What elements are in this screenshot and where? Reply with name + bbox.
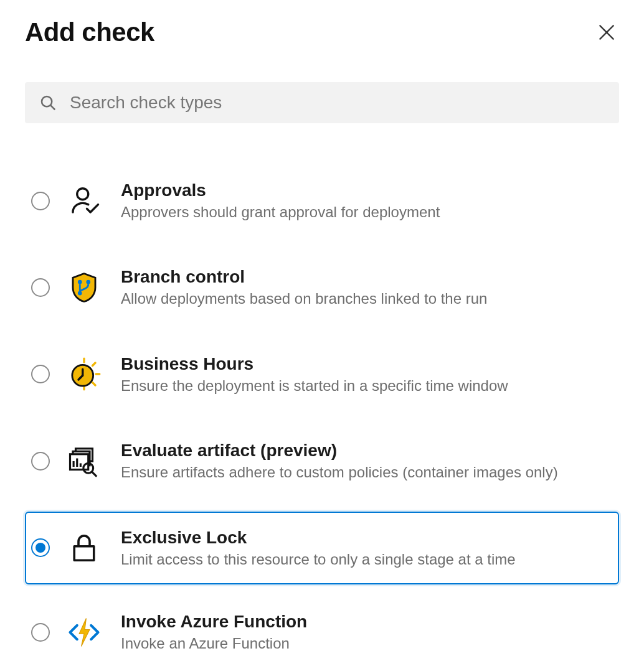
radio-button[interactable]: [31, 278, 50, 297]
item-title: Branch control: [121, 266, 487, 288]
check-type-list: Approvals Approvers should grant approva…: [25, 164, 619, 656]
item-title: Business Hours: [121, 353, 508, 375]
item-description: Ensure the deployment is started in a sp…: [121, 376, 508, 396]
artifact-eval-icon: [66, 443, 102, 479]
search-icon: [39, 93, 57, 112]
svg-marker-23: [79, 618, 90, 646]
clock-sun-icon: [66, 356, 102, 392]
svg-line-9: [93, 363, 96, 366]
check-item-exclusive-lock[interactable]: Exclusive Lock Limit access to this reso…: [25, 512, 619, 584]
svg-point-5: [78, 280, 82, 284]
lock-icon: [66, 530, 102, 566]
item-title: Evaluate artifact (preview): [121, 439, 558, 461]
azure-function-icon: [66, 614, 102, 650]
search-box[interactable]: [25, 82, 619, 123]
svg-line-11: [93, 383, 96, 386]
svg-point-6: [78, 291, 82, 296]
item-description: Invoke an Azure Function: [121, 634, 307, 654]
svg-line-21: [92, 472, 97, 477]
item-title: Invoke Azure Function: [121, 611, 307, 632]
check-item-approvals[interactable]: Approvals Approvers should grant approva…: [25, 164, 619, 237]
item-title: Approvals: [121, 179, 440, 201]
item-description: Limit access to this resource to only a …: [121, 550, 516, 569]
svg-line-3: [50, 105, 55, 110]
radio-button[interactable]: [31, 365, 50, 383]
svg-rect-22: [74, 546, 94, 561]
svg-point-4: [77, 188, 88, 199]
radio-button[interactable]: [31, 192, 50, 210]
dialog-title: Add check: [25, 17, 154, 47]
radio-button[interactable]: [31, 452, 50, 471]
item-description: Allow deployments based on branches link…: [121, 289, 487, 309]
branch-shield-icon: [66, 269, 102, 306]
check-item-evaluate-artifact[interactable]: Evaluate artifact (preview) Ensure artif…: [25, 424, 619, 497]
svg-point-2: [42, 96, 52, 106]
check-item-invoke-azure-function[interactable]: Invoke Azure Function Invoke an Azure Fu…: [25, 596, 619, 656]
item-description: Ensure artifacts adhere to custom polici…: [121, 462, 558, 482]
close-button[interactable]: [594, 20, 619, 45]
check-item-business-hours[interactable]: Business Hours Ensure the deployment is …: [25, 338, 619, 411]
dialog-header: Add check: [25, 17, 619, 47]
radio-button[interactable]: [31, 623, 50, 642]
item-description: Approvers should grant approval for depl…: [121, 202, 440, 222]
svg-point-7: [86, 280, 90, 284]
search-input[interactable]: [69, 92, 605, 113]
close-icon: [596, 22, 617, 43]
item-title: Exclusive Lock: [121, 527, 516, 548]
check-item-branch-control[interactable]: Branch control Allow deployments based o…: [25, 251, 619, 324]
radio-button[interactable]: [31, 538, 50, 557]
person-check-icon: [66, 183, 102, 219]
